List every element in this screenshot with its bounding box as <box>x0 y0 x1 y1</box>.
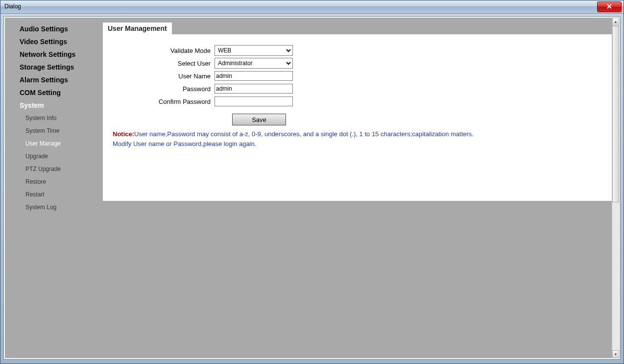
notice-label: Notice: <box>113 130 134 138</box>
sidebar-item-storage-settings[interactable]: Storage Settings <box>5 61 103 73</box>
notice: Notice:User name,Password may consist of… <box>103 125 612 149</box>
sidebar-sub-upgrade[interactable]: Upgrade <box>5 150 103 163</box>
chevron-down-icon: ▼ <box>614 352 618 357</box>
confirm-password-input[interactable] <box>215 97 293 106</box>
tab-user-management[interactable]: User Management <box>103 23 172 34</box>
password-input[interactable] <box>215 84 293 94</box>
sidebar-item-video-settings[interactable]: Video Settings <box>5 35 103 48</box>
tab-strip: User Management <box>103 23 612 34</box>
sidebar-item-network-settings[interactable]: Network Settings <box>5 48 103 61</box>
confirm-password-label: Confirm Password <box>122 98 215 105</box>
user-name-input[interactable] <box>215 71 293 81</box>
sidebar-item-com-setting[interactable]: COM Setting <box>5 86 103 99</box>
sidebar-sub-user-manage[interactable]: User Manage <box>5 137 103 150</box>
validate-mode-select[interactable]: WEB <box>215 45 293 56</box>
sidebar-sub-restore[interactable]: Restore <box>5 175 103 188</box>
sidebar-sub-system-time[interactable]: System Time <box>5 124 103 137</box>
titlebar[interactable]: Dialog <box>0 0 624 14</box>
select-user-label: Select User <box>122 60 215 67</box>
sidebar-sub-restart[interactable]: Restart <box>5 188 103 201</box>
validate-mode-label: Validate Mode <box>122 47 215 54</box>
scrollbar-thumb[interactable] <box>612 26 619 202</box>
window-title: Dialog <box>4 3 21 10</box>
scroll-down-button[interactable]: ▼ <box>612 350 619 358</box>
save-button[interactable]: Save <box>232 114 286 125</box>
sidebar-sub-ptz-upgrade[interactable]: PTZ Upgrade <box>5 163 103 175</box>
vertical-scrollbar[interactable]: ▲ ▼ <box>612 18 620 358</box>
content-area: Audio Settings Video Settings Network Se… <box>5 18 612 358</box>
sidebar-sub-system-log[interactable]: System Log <box>5 201 103 214</box>
inner-frame: Audio Settings Video Settings Network Se… <box>3 16 621 360</box>
dialog-window: Dialog Audio Settings Video Settings Net… <box>0 0 624 364</box>
scroll-up-button[interactable]: ▲ <box>612 18 619 25</box>
main-panel: User Management Validate Mode WEB Select… <box>103 23 612 201</box>
select-user-select[interactable]: Administrator <box>215 58 293 69</box>
sidebar-sub-system-info[interactable]: System Info <box>5 112 103 124</box>
close-icon <box>607 3 612 10</box>
notice-line2: Modify User name or Password,please logi… <box>113 140 256 147</box>
notice-line1: User name,Password may consist of a-z, 0… <box>134 130 474 138</box>
sidebar-item-audio-settings[interactable]: Audio Settings <box>5 23 103 35</box>
sidebar-item-system[interactable]: System <box>5 99 103 112</box>
user-name-label: User Name <box>122 73 215 80</box>
user-management-form: Validate Mode WEB Select User Administra… <box>103 34 612 125</box>
password-label: Password <box>122 85 215 93</box>
close-button[interactable] <box>597 1 622 12</box>
sidebar: Audio Settings Video Settings Network Se… <box>5 18 103 358</box>
sidebar-item-alarm-settings[interactable]: Alarm Settings <box>5 73 103 86</box>
chevron-up-icon: ▲ <box>614 20 618 24</box>
